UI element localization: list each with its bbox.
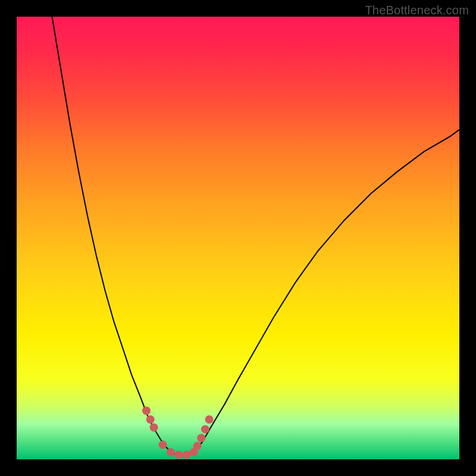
highlight-dot xyxy=(197,434,205,442)
highlight-dot xyxy=(201,425,209,433)
curve-right-branch xyxy=(194,130,459,453)
plot-area xyxy=(17,17,459,459)
curve-layer xyxy=(17,17,459,459)
highlight-dot xyxy=(159,440,167,449)
highlight-dot xyxy=(167,448,175,456)
highlight-dots xyxy=(142,406,214,459)
watermark-text: TheBottleneck.com xyxy=(365,4,469,17)
highlight-dot xyxy=(174,451,183,459)
chart-frame: TheBottleneck.com xyxy=(0,0,476,476)
highlight-dot xyxy=(142,406,151,415)
highlight-dot xyxy=(183,451,191,459)
highlight-dot xyxy=(193,442,202,450)
highlight-dot xyxy=(146,415,155,424)
highlight-dot xyxy=(150,423,158,431)
curve-left-branch xyxy=(52,17,194,455)
highlight-dot xyxy=(205,415,214,424)
